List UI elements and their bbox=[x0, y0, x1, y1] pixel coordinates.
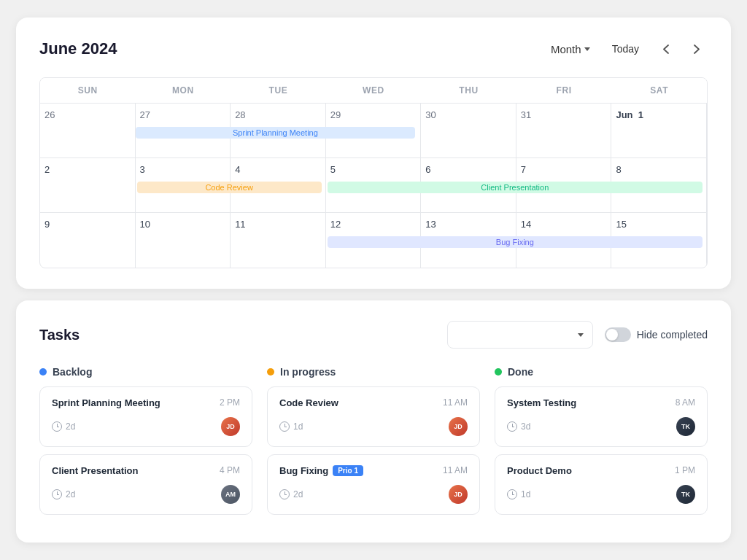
inprogress-header: In progress bbox=[267, 366, 480, 378]
avatar-bug-fixing: JD bbox=[449, 485, 468, 504]
calendar-grid: SUN MON TUE WED THU FRI SAT 26 27 28 29 … bbox=[39, 77, 708, 268]
event-sprint-planning[interactable]: Sprint Planning Meeting bbox=[136, 127, 416, 139]
inprogress-dot bbox=[267, 368, 274, 376]
day-header-sat: SAT bbox=[611, 78, 707, 104]
task-bug-fixing-name: Bug Fixing bbox=[279, 465, 328, 476]
calendar-title: June 2024 bbox=[39, 39, 117, 58]
filter-dropdown[interactable] bbox=[447, 321, 593, 349]
task-client-presentation-time: 4 PM bbox=[220, 465, 240, 475]
tasks-columns: Backlog Sprint Planning Meeting 2 PM 2d … bbox=[39, 366, 708, 522]
day-header-sun: SUN bbox=[40, 78, 136, 104]
avatar-code-review: JD bbox=[449, 417, 468, 436]
clock-icon-2 bbox=[52, 489, 62, 499]
clock-icon-4 bbox=[279, 489, 290, 499]
day-header-wed: WED bbox=[326, 78, 422, 104]
task-system-testing[interactable]: System Testing 8 AM 3d TK bbox=[495, 386, 708, 447]
task-product-demo[interactable]: Product Demo 1 PM 1d TK bbox=[495, 454, 708, 515]
filter-chevron-icon bbox=[578, 333, 584, 337]
day-31[interactable]: 31 bbox=[516, 104, 612, 158]
task-code-review[interactable]: Code Review 11 AM 1d JD bbox=[267, 386, 480, 447]
day-header-thu: THU bbox=[421, 78, 516, 104]
chevron-down-icon bbox=[584, 47, 590, 51]
column-done: Done System Testing 8 AM 3d TK bbox=[495, 366, 708, 522]
main-container: June 2024 Month Today SUN MON TU bbox=[16, 18, 731, 542]
avatar-system-testing: TK bbox=[676, 417, 695, 436]
day-header-fri: FRI bbox=[516, 78, 612, 104]
task-product-demo-duration: 1d bbox=[507, 489, 530, 499]
priority-badge: Prio 1 bbox=[333, 465, 363, 476]
clock-icon-5 bbox=[507, 421, 517, 432]
avatar-product-demo: TK bbox=[676, 485, 695, 504]
task-sprint-planning-duration: 2d bbox=[52, 421, 75, 432]
day-headers-row: SUN MON TUE WED THU FRI SAT bbox=[40, 78, 707, 104]
avatar-sprint-planning: JD bbox=[221, 417, 240, 436]
hide-completed-switch[interactable] bbox=[605, 327, 631, 342]
day-header-tue: TUE bbox=[231, 78, 326, 104]
day-jun1[interactable]: Jun 1 bbox=[611, 104, 707, 158]
calendar-week-1: 26 27 28 29 30 31 Jun 1 Sprint Planning … bbox=[40, 104, 707, 158]
today-button[interactable]: Today bbox=[605, 39, 646, 58]
task-bug-fixing-time: 11 AM bbox=[443, 465, 468, 475]
tasks-header: Tasks Hide completed bbox=[39, 321, 708, 349]
task-sprint-planning-name: Sprint Planning Meeting bbox=[52, 397, 160, 408]
task-sprint-planning[interactable]: Sprint Planning Meeting 2 PM 2d JD bbox=[39, 386, 252, 447]
done-dot bbox=[495, 368, 502, 376]
task-system-testing-duration: 3d bbox=[507, 421, 530, 432]
backlog-dot bbox=[39, 368, 47, 376]
avatar-client-presentation: AM bbox=[221, 485, 240, 504]
task-system-testing-time: 8 AM bbox=[676, 397, 695, 408]
task-client-presentation[interactable]: Client Presentation 4 PM 2d AM bbox=[39, 454, 252, 515]
tasks-title: Tasks bbox=[39, 327, 436, 343]
month-label: Month bbox=[551, 43, 581, 55]
column-backlog: Backlog Sprint Planning Meeting 2 PM 2d … bbox=[39, 366, 252, 522]
task-code-review-duration: 1d bbox=[279, 421, 303, 432]
day-30[interactable]: 30 bbox=[421, 104, 516, 158]
clock-icon-6 bbox=[507, 489, 517, 499]
task-code-review-time: 11 AM bbox=[443, 397, 468, 408]
done-header: Done bbox=[495, 366, 708, 378]
day-10[interactable]: 10 bbox=[136, 213, 231, 268]
backlog-title: Backlog bbox=[53, 366, 92, 378]
task-product-demo-name: Product Demo bbox=[507, 465, 572, 476]
event-bug-fixing[interactable]: Bug Fixing bbox=[328, 236, 703, 248]
task-system-testing-name: System Testing bbox=[507, 397, 576, 408]
task-bug-fixing[interactable]: Bug Fixing Prio 1 11 AM 2d JD bbox=[267, 454, 480, 515]
inprogress-title: In progress bbox=[280, 366, 336, 378]
task-client-presentation-name: Client Presentation bbox=[52, 465, 138, 476]
task-bug-fixing-duration: 2d bbox=[279, 489, 303, 499]
hide-completed-label: Hide completed bbox=[637, 329, 708, 341]
tasks-card: Tasks Hide completed Backlog Sprint Plan bbox=[16, 300, 731, 542]
calendar-week-3: 9 10 11 12 13 14 15 Bug Fixing bbox=[40, 213, 707, 268]
day-11[interactable]: 11 bbox=[231, 213, 326, 268]
calendar-controls: Month Today bbox=[545, 38, 708, 60]
calendar-card: June 2024 Month Today SUN MON TU bbox=[16, 18, 731, 289]
task-product-demo-time: 1 PM bbox=[675, 465, 695, 475]
prev-button[interactable] bbox=[655, 38, 677, 60]
task-code-review-name: Code Review bbox=[279, 397, 338, 408]
event-client-presentation[interactable]: Client Presentation bbox=[328, 182, 703, 193]
day-9[interactable]: 9 bbox=[40, 213, 136, 268]
done-title: Done bbox=[508, 366, 533, 378]
clock-icon-3 bbox=[279, 421, 290, 432]
column-inprogress: In progress Code Review 11 AM 1d JD bbox=[267, 366, 480, 522]
clock-icon bbox=[52, 421, 62, 432]
event-code-review[interactable]: Code Review bbox=[137, 182, 322, 193]
calendar-week-2: 2 3 4 5 6 7 8 Code Review Client Present… bbox=[40, 158, 707, 213]
task-client-presentation-duration: 2d bbox=[52, 489, 75, 499]
day-header-mon: MON bbox=[136, 78, 231, 104]
day-26[interactable]: 26 bbox=[40, 104, 136, 158]
calendar-header: June 2024 Month Today bbox=[39, 38, 708, 60]
hide-completed-toggle: Hide completed bbox=[605, 327, 708, 342]
next-button[interactable] bbox=[686, 38, 708, 60]
backlog-header: Backlog bbox=[39, 366, 252, 378]
task-sprint-planning-time: 2 PM bbox=[220, 397, 240, 408]
month-dropdown[interactable]: Month bbox=[545, 40, 596, 58]
day-2[interactable]: 2 bbox=[40, 158, 136, 212]
